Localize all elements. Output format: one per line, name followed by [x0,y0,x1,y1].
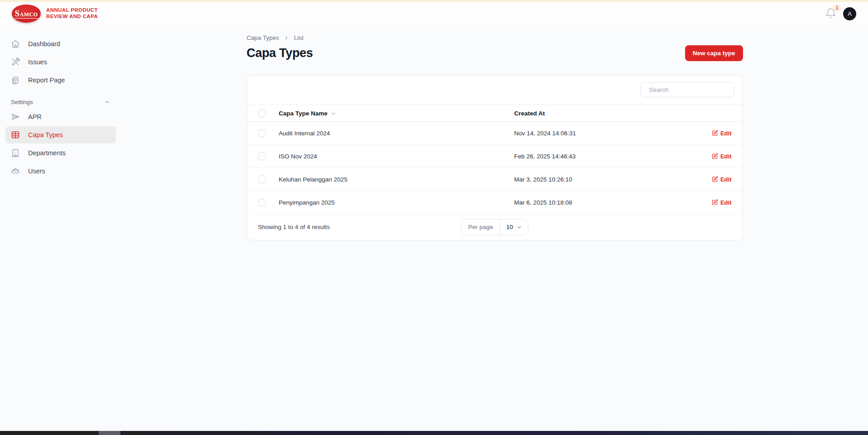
app-header: SAMCO ANNUAL PRODUCT REVIEW AND CAPA 1 A [0,2,868,25]
search-box [640,82,734,97]
sidebar-item-label: Users [28,167,45,175]
sidebar-item-label: Issues [28,58,47,66]
send-icon [11,112,20,121]
users-icon [11,167,20,176]
search-input[interactable] [649,86,729,93]
logo-rest: AMCO [20,11,38,18]
settings-label: Settings [11,99,33,105]
created-at-cell: Mar 3, 2025 10:26:10 [514,176,681,183]
main-content: Capa Types List Capa Types New capa type [121,25,868,240]
sidebar-item-departments[interactable]: Departments [5,144,116,162]
edit-pencil-icon [712,130,718,136]
page-title: Capa Types [247,46,313,60]
table-row: Penyimpangan 2025 Mar 6, 2025 10:18:08 E… [247,191,743,214]
chevron-down-icon [516,224,522,230]
tools-icon [11,57,20,67]
select-all-checkbox[interactable] [258,110,266,117]
brand-logo: SAMCO ANNUAL PRODUCT REVIEW AND CAPA [12,5,98,23]
breadcrumb-current: List [294,34,303,41]
sidebar-item-label: Report Page [28,76,65,84]
samco-logo-icon: SAMCO [12,5,41,23]
search-icon [645,86,646,93]
capa-type-name-cell: ISO Nov 2024 [279,153,514,160]
building-icon [11,148,20,158]
breadcrumb: Capa Types List [247,34,743,41]
home-icon [11,39,20,48]
avatar[interactable]: A [843,7,856,20]
row-checkbox[interactable] [258,129,266,137]
chevron-right-icon [283,35,289,41]
edit-pencil-icon [712,153,718,159]
sidebar-item-issues[interactable]: Issues [5,53,116,71]
table-row: Audit Internal 2024 Nov 14, 2024 14:06:3… [247,122,743,145]
notifications-button[interactable]: 1 [825,8,837,19]
tagline-line2: REVIEW AND CAPA [46,14,98,20]
column-header-capa-type-name[interactable]: Capa Type Name [279,110,514,117]
edit-button[interactable]: Edit [712,153,732,160]
table-row: ISO Nov 2024 Feb 26, 2025 14:46:43 Edit [247,145,743,168]
sidebar-item-label: Capa Types [28,131,63,139]
row-checkbox[interactable] [258,176,266,183]
scrollbar-thumb[interactable] [99,431,120,435]
header-actions: 1 A [825,7,856,20]
row-checkbox[interactable] [258,199,266,206]
created-at-cell: Feb 26, 2025 14:46:43 [514,153,681,160]
sidebar-item-label: APR [28,113,42,120]
sidebar-item-capa-types[interactable]: Capa Types [5,126,116,143]
capa-type-name-cell: Penyimpangan 2025 [279,199,514,206]
sidebar-item-dashboard[interactable]: Dashboard [5,35,116,53]
tagline-line1: ANNUAL PRODUCT [46,7,98,14]
edit-pencil-icon [712,199,718,206]
sidebar-item-label: Departments [28,149,66,157]
logo-initial: S [14,9,19,18]
per-page-label: Per page [461,220,500,235]
sidebar-item-apr[interactable]: APR [5,108,116,125]
bottom-scrollbar[interactable] [0,431,868,435]
created-at-cell: Nov 14, 2024 14:06:31 [514,130,681,137]
sidebar-settings-toggle[interactable]: Settings [5,99,116,105]
edit-button[interactable]: Edit [712,176,732,183]
edit-button[interactable]: Edit [712,130,732,137]
capa-types-card: Capa Type Name Created At Audit Internal… [247,75,743,240]
table-header-row: Capa Type Name Created At [247,105,743,122]
sort-chevron-down-icon [331,110,336,116]
report-icon [11,76,20,85]
table-icon [11,130,20,139]
row-checkbox[interactable] [258,153,266,160]
sidebar: Dashboard Issues Report Page Settings [0,25,121,240]
results-summary: Showing 1 to 4 of 4 results [258,224,461,230]
per-page-value: 10 [506,224,513,230]
edit-pencil-icon [712,176,718,182]
new-capa-type-button[interactable]: New capa type [685,45,743,61]
sidebar-item-label: Dashboard [28,40,60,48]
column-header-created-at: Created At [514,110,681,117]
table-footer: Showing 1 to 4 of 4 results Per page 10 [247,214,743,240]
per-page-selector[interactable]: Per page 10 [461,219,528,235]
brand-tagline: ANNUAL PRODUCT REVIEW AND CAPA [46,7,98,20]
edit-button[interactable]: Edit [712,199,732,206]
notification-badge: 1 [834,5,840,11]
table-row: Keluhan Pelanggan 2025 Mar 3, 2025 10:26… [247,168,743,191]
breadcrumb-parent[interactable]: Capa Types [247,34,279,41]
sidebar-item-report-page[interactable]: Report Page [5,72,116,89]
chevron-up-icon [104,99,110,105]
capa-type-name-cell: Keluhan Pelanggan 2025 [279,176,514,183]
sidebar-item-users[interactable]: Users [5,163,116,180]
created-at-cell: Mar 6, 2025 10:18:08 [514,199,681,206]
capa-type-name-cell: Audit Internal 2024 [279,130,514,137]
